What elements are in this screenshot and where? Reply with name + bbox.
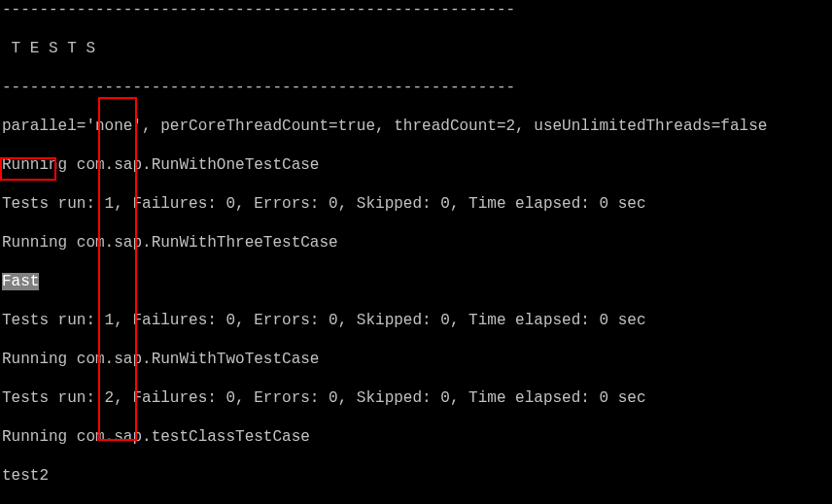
result-line: Tests run: 2, Failures: 0, Errors: 0, Sk… <box>2 388 830 408</box>
running-line: Running com.sap.testClassTestCase <box>2 427 830 447</box>
output-line: ----------------------------------------… <box>2 78 830 97</box>
tests-header: T E S T S <box>2 39 830 58</box>
fast-highlight: Fast <box>2 273 39 290</box>
result-line: Tests run: 1, Failures: 0, Errors: 0, Sk… <box>2 311 830 330</box>
config-line: parallel='none', perCoreThreadCount=true… <box>2 117 830 136</box>
running-line: Running com.sap.RunWithThreeTestCase <box>2 233 830 252</box>
terminal-output[interactable]: ----------------------------------------… <box>0 0 832 504</box>
fast-line: Fast <box>2 272 830 291</box>
result-line: Tests run: 1, Failures: 0, Errors: 0, Sk… <box>2 194 830 214</box>
running-line: Running com.sap.RunWithOneTestCase <box>2 155 830 175</box>
output-line: ----------------------------------------… <box>2 0 830 19</box>
running-line: Running com.sap.RunWithTwoTestCase <box>2 350 830 369</box>
output-line: test2 <box>2 466 830 486</box>
